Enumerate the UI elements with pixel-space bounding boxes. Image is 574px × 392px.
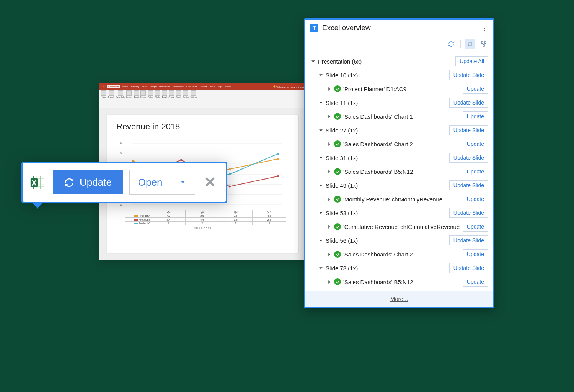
close-button[interactable] <box>201 176 219 189</box>
refresh-button[interactable] <box>446 39 457 49</box>
expand-caret-icon[interactable] <box>318 155 323 160</box>
ribbon-tab[interactable]: Animations <box>172 85 184 88</box>
tree-label[interactable]: Slide 11 (1x) <box>326 100 358 106</box>
ribbon-tab[interactable]: Slide Show <box>186 85 197 88</box>
ribbon-tab[interactable]: File <box>101 85 105 88</box>
expand-caret-icon[interactable] <box>318 73 323 78</box>
expand-caret-icon[interactable] <box>327 142 332 147</box>
toolbar-separator <box>460 40 461 48</box>
ribbon-group[interactable]: Check <box>169 90 174 98</box>
tree-label[interactable]: Presentation (6x) <box>318 58 362 65</box>
expand-caret-icon[interactable] <box>318 128 323 133</box>
tree-row: Slide 10 (1x)Update Slide <box>305 68 493 82</box>
tree-row: 'Sales Dashboards' B5:N12Update <box>305 165 493 178</box>
tree-label[interactable]: 'Cumulative Revenue' chtCumulativeRevenu… <box>343 224 460 230</box>
link-popover: Update Open <box>21 162 227 209</box>
update-item-button[interactable]: Update <box>463 139 488 149</box>
y-tick: 5 <box>120 152 122 155</box>
update-item-button[interactable]: Update <box>463 249 488 259</box>
update-slide-button[interactable]: Update Slide <box>449 208 488 218</box>
y-tick: 6 <box>120 142 122 144</box>
ribbon-group[interactable]: Publish <box>183 90 189 98</box>
tree-view-button[interactable] <box>478 39 489 49</box>
ribbon-group[interactable]: Reset <box>134 90 139 98</box>
update-slide-button[interactable]: Update Slide <box>449 153 488 163</box>
svg-rect-23 <box>469 43 472 46</box>
tree-label[interactable]: Slide 53 (1x) <box>326 210 358 216</box>
expand-caret-icon[interactable] <box>318 183 323 188</box>
chevron-down-icon <box>179 176 186 188</box>
update-all-button[interactable]: Update All <box>455 56 488 66</box>
tree-row: 'Monthly Revenue' chtMonthlyRevenueUpdat… <box>305 192 493 206</box>
ribbon-tab[interactable]: Home <box>122 85 128 88</box>
ribbon-tab[interactable]: Review <box>200 85 207 88</box>
expand-caret-icon[interactable] <box>327 87 332 91</box>
ribbon-group[interactable]: Colors <box>148 90 153 98</box>
update-button-label: Update <box>80 176 112 188</box>
update-slide-button[interactable]: Update Slide <box>449 98 488 108</box>
expand-caret-icon[interactable] <box>327 279 332 284</box>
tree-label[interactable]: Slide 49 (1x) <box>326 182 358 189</box>
ribbon-group[interactable]: New <box>101 90 106 98</box>
expand-caret-icon[interactable] <box>311 59 316 64</box>
ribbon-group[interactable]: Layout <box>126 90 132 98</box>
open-dropdown-button[interactable] <box>171 170 195 195</box>
more-link[interactable]: More... <box>305 291 493 307</box>
update-item-button[interactable]: Update <box>463 84 488 94</box>
ribbon-group[interactable]: New Slide <box>116 90 125 98</box>
tree-label[interactable]: 'Project Planner' D1:AC9 <box>343 86 406 92</box>
update-item-button[interactable]: Update <box>463 277 488 287</box>
tree-label[interactable]: 'Sales Dashboards' Chart 2 <box>343 141 413 147</box>
kebab-menu-icon[interactable]: ⋮ <box>481 24 488 32</box>
update-item-button[interactable]: Update <box>463 194 488 204</box>
expand-caret-icon[interactable] <box>318 238 323 243</box>
tree-label[interactable]: 'Sales Dashboards' Chart 1 <box>343 113 413 120</box>
ribbon-tab[interactable]: Templify <box>130 85 139 88</box>
tree-label[interactable]: Slide 27 (1x) <box>326 127 358 134</box>
expand-caret-icon[interactable] <box>327 252 332 257</box>
tree-label[interactable]: 'Sales Dashboards' B5:N12 <box>343 279 413 285</box>
update-slide-button[interactable]: Update Slide <box>449 235 488 245</box>
expand-caret-icon[interactable] <box>327 114 332 119</box>
update-slide-button[interactable]: Update Slide <box>449 70 488 80</box>
panel-toolbar <box>305 36 493 52</box>
ribbon-tab[interactable]: Format <box>224 85 231 88</box>
tree-label[interactable]: 'Sales Dashboards' Chart 2 <box>343 251 413 258</box>
ribbon-group[interactable]: Agenda <box>108 90 114 98</box>
tree-label[interactable]: Slide 10 (1x) <box>326 72 358 78</box>
ribbon-group[interactable]: Library <box>140 90 146 98</box>
open-button[interactable]: Open <box>129 170 171 195</box>
tree-label[interactable]: 'Monthly Revenue' chtMonthlyRevenue <box>343 196 442 203</box>
tree-row: 'Project Planner' D1:AC9Update <box>305 82 493 96</box>
update-slide-button[interactable]: Update Slide <box>449 263 488 273</box>
update-slide-button[interactable]: Update Slide <box>449 125 488 135</box>
update-slide-button[interactable]: Update Slide <box>449 180 488 190</box>
ribbon-tab[interactable]: Design <box>149 85 157 88</box>
expand-caret-icon[interactable] <box>318 211 323 216</box>
tree-label[interactable]: Slide 56 (1x) <box>326 237 358 244</box>
ribbon-tab[interactable]: Insert <box>141 85 147 88</box>
ribbon-tab[interactable]: View <box>210 85 215 88</box>
update-item-button[interactable]: Update <box>463 167 488 176</box>
update-button[interactable]: Update <box>53 170 123 194</box>
expand-caret-icon[interactable] <box>327 197 332 202</box>
ribbon-tab[interactable]: Transitions <box>159 85 170 88</box>
tree-label[interactable]: 'Sales Dashboards' B5:N12 <box>343 168 413 175</box>
expand-caret-icon[interactable] <box>327 224 332 229</box>
update-item-button[interactable]: Update <box>463 222 488 232</box>
tree-label[interactable]: Slide 31 (1x) <box>326 155 358 161</box>
ribbon-tab[interactable]: Help <box>217 85 222 88</box>
expand-caret-icon[interactable] <box>318 266 323 271</box>
tree-label[interactable]: Slide 73 (1x) <box>326 265 358 271</box>
tell-me-search[interactable]: 💡 Tell me what you want to do <box>273 85 305 88</box>
ribbon-group[interactable]: Tools <box>155 90 160 98</box>
status-ok-icon <box>334 223 341 230</box>
ribbon-group[interactable]: Settings <box>190 90 197 98</box>
expand-caret-icon[interactable] <box>318 100 323 105</box>
ribbon-tab[interactable]: SlideProof <box>107 85 120 88</box>
update-item-button[interactable]: Update <box>463 111 488 121</box>
group-view-button[interactable] <box>465 39 475 49</box>
expand-caret-icon[interactable] <box>327 169 332 174</box>
ribbon-group[interactable]: Send <box>176 90 181 98</box>
ribbon-group[interactable]: Excel <box>162 90 167 98</box>
